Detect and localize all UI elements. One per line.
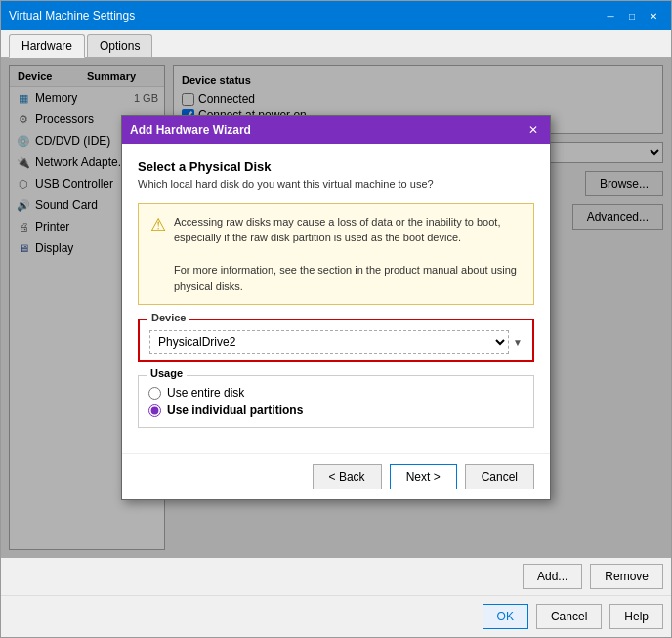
maximize-button[interactable]: □ bbox=[622, 7, 642, 24]
use-individual-partitions-label: Use individual partitions bbox=[167, 404, 303, 417]
warning-text: Accessing raw disks may cause a loss of … bbox=[174, 214, 522, 295]
use-entire-disk-row: Use entire disk bbox=[148, 386, 524, 400]
help-button[interactable]: Help bbox=[609, 604, 663, 629]
usage-section-label: Usage bbox=[147, 367, 187, 379]
dropdown-arrow-icon: ▼ bbox=[513, 337, 523, 348]
ok-button[interactable]: OK bbox=[483, 604, 528, 629]
add-hardware-dialog: Add Hardware Wizard ✕ Select a Physical … bbox=[121, 115, 551, 501]
title-controls: ─ □ ✕ bbox=[601, 7, 663, 24]
device-section: Device PhysicalDrive2 PhysicalDrive0 Phy… bbox=[138, 319, 534, 362]
minimize-button[interactable]: ─ bbox=[601, 7, 620, 24]
close-button[interactable]: ✕ bbox=[644, 7, 663, 24]
remove-button[interactable]: Remove bbox=[590, 564, 663, 589]
dialog-title-bar: Add Hardware Wizard ✕ bbox=[122, 116, 550, 144]
main-content: Device Summary ▦ Memory 1 GB ⚙ Processor… bbox=[1, 58, 671, 558]
dialog-footer: < Back Next > Cancel bbox=[122, 453, 550, 499]
physical-drive-select[interactable]: PhysicalDrive2 PhysicalDrive0 PhysicalDr… bbox=[149, 330, 509, 354]
warning-box: ⚠ Accessing raw disks may cause a loss o… bbox=[138, 203, 534, 306]
main-window: Virtual Machine Settings ─ □ ✕ Hardware … bbox=[0, 0, 672, 638]
tabs-bar: Hardware Options bbox=[1, 30, 671, 58]
warning-icon: ⚠ bbox=[150, 214, 166, 235]
dialog-subtitle: Select a Physical Disk bbox=[138, 159, 534, 174]
device-dropdown-row: PhysicalDrive2 PhysicalDrive0 PhysicalDr… bbox=[149, 330, 523, 354]
dialog-title: Add Hardware Wizard bbox=[130, 123, 251, 137]
next-button[interactable]: Next > bbox=[390, 464, 457, 489]
use-individual-partitions-row: Use individual partitions bbox=[148, 404, 524, 417]
cancel-button[interactable]: Cancel bbox=[536, 604, 602, 629]
device-section-label: Device bbox=[147, 312, 189, 323]
tab-hardware[interactable]: Hardware bbox=[9, 34, 85, 58]
window-title: Virtual Machine Settings bbox=[9, 9, 135, 22]
use-individual-partitions-radio[interactable] bbox=[148, 404, 161, 417]
modal-overlay: Add Hardware Wizard ✕ Select a Physical … bbox=[1, 58, 671, 558]
usage-section: Usage Use entire disk Use individual par… bbox=[138, 375, 534, 428]
use-entire-disk-radio[interactable] bbox=[148, 387, 161, 400]
title-bar: Virtual Machine Settings ─ □ ✕ bbox=[1, 1, 671, 30]
back-button[interactable]: < Back bbox=[313, 464, 382, 489]
tab-options[interactable]: Options bbox=[87, 34, 152, 57]
dialog-close-button[interactable]: ✕ bbox=[525, 121, 542, 139]
bottom-buttons: OK Cancel Help bbox=[1, 595, 671, 637]
use-entire-disk-label: Use entire disk bbox=[167, 386, 244, 400]
dialog-body: Select a Physical Disk Which local hard … bbox=[122, 144, 550, 454]
add-button[interactable]: Add... bbox=[523, 564, 582, 589]
dialog-cancel-button[interactable]: Cancel bbox=[465, 464, 534, 489]
add-remove-row: Add... Remove bbox=[1, 558, 671, 595]
dialog-description: Which local hard disk do you want this v… bbox=[138, 178, 534, 190]
